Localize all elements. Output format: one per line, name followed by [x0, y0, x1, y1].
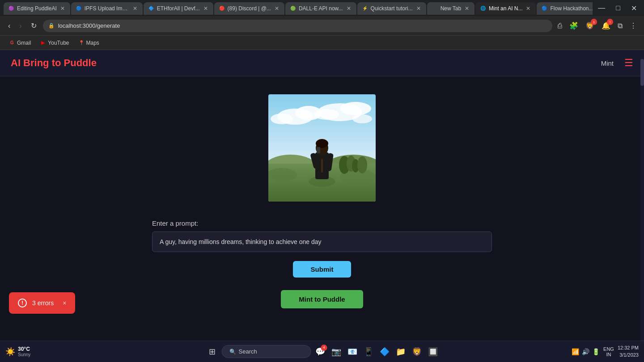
lang-indicator: ENGIN [603, 346, 614, 357]
browser-tab-tab5[interactable]: 🟢 DALL-E API now... ✕ [285, 2, 356, 15]
tab-label: Mint an AI N... [489, 5, 522, 12]
weather-icon: ☀️ [5, 347, 15, 357]
browser-tab-tab4[interactable]: 🔴 (89) Discord | @... ✕ [214, 2, 284, 15]
taskbar-app-brave[interactable]: 🦁 [411, 345, 423, 358]
tab-label: (89) Discord | @... [228, 5, 271, 12]
taskbar-app-camera[interactable]: 📷 [330, 345, 343, 358]
svg-rect-24 [321, 159, 323, 173]
svg-point-17 [357, 156, 367, 173]
browser-tab-tab8[interactable]: 🌐 Mint an AI N... ✕ [475, 2, 536, 15]
reload-button[interactable]: ↻ [28, 20, 39, 32]
maximize-btn[interactable]: □ [612, 2, 624, 14]
weather-temp: 30°C [18, 346, 30, 352]
clock-time: 12:32 PM [618, 345, 639, 351]
bookmark-item-youtube[interactable]: ▶ YouTube [36, 38, 72, 48]
bookmark-label: YouTube [48, 40, 69, 46]
browser-tab-tab9[interactable]: 🔵 Flow Hackathon... ✕ [537, 2, 593, 15]
taskbar: ☀️ 30°C Sunny ⊞ 🔍 Search 💬4📷📧📱🔷📁🦁🔲 📶 🔊 🔋 [0, 341, 644, 362]
browser-tab-tab1[interactable]: 🟣 Editing PuddleAI ✕ [4, 2, 70, 15]
brave-shield-button[interactable]: 🦁 1 [584, 20, 596, 32]
bookmark-item-gmail[interactable]: G Gmail [5, 38, 34, 48]
weather-condition: Sunny [18, 352, 30, 357]
app-header: AI Bring to Puddle Mint ☰ [0, 50, 644, 76]
tab-favicon: 🟣 [8, 5, 14, 12]
tab-favicon: 🔴 [219, 5, 225, 12]
back-button[interactable]: ‹ [5, 20, 13, 32]
forward-button[interactable]: › [17, 20, 24, 32]
taskbar-right: 📶 🔊 🔋 ENGIN 12:32 PM 3/1/2023 [566, 345, 644, 358]
taskbar-left: ☀️ 30°C Sunny [0, 346, 36, 357]
tab-close-btn[interactable]: ✕ [59, 5, 66, 12]
bookmark-favicon: G [9, 40, 15, 46]
shield-badge: 1 [591, 19, 597, 25]
tab-close-btn[interactable]: ✕ [346, 5, 352, 12]
svg-point-5 [340, 102, 371, 115]
scrollbar-track[interactable] [640, 50, 644, 341]
share-button[interactable]: ⎙ [556, 20, 564, 32]
tab-favicon [432, 5, 438, 12]
tab-label: IPFS Upload Ima... [85, 5, 129, 12]
mint-to-puddle-button[interactable]: Mint to Puddle [281, 290, 363, 308]
taskbar-app-app8[interactable]: 🔲 [427, 345, 439, 358]
browser-tab-tab2[interactable]: 🔵 IPFS Upload Ima... ✕ [71, 2, 143, 15]
taskbar-app-phone[interactable]: 📱 [362, 345, 375, 358]
taskbar-app-discord[interactable]: 💬4 [314, 345, 326, 358]
error-close-button[interactable]: × [63, 299, 66, 307]
browser-tab-tab3[interactable]: 🔷 ETHforAll | Devf... ✕ [144, 2, 213, 15]
svg-point-7 [352, 114, 372, 123]
tab-close-btn[interactable]: ✕ [274, 5, 280, 12]
menu-button[interactable]: ⋮ [628, 20, 639, 32]
tab-close-btn[interactable]: ✕ [525, 5, 531, 12]
mint-nav-item[interactable]: Mint [601, 59, 614, 67]
clock: 12:32 PM 3/1/2023 [618, 345, 639, 358]
lock-icon: 🔒 [48, 23, 55, 29]
tab-label: Editing PuddleAI [17, 5, 57, 12]
tab-label: Flow Hackathon... [550, 5, 593, 12]
address-bar[interactable]: 🔒 localhost:3000/generate [43, 20, 552, 32]
nav-actions: ⎙ 🧩 🦁 1 🔔 ! ⧉ ⋮ [556, 20, 639, 32]
start-button[interactable]: ⊞ [205, 345, 219, 358]
bookmark-favicon: 📍 [78, 40, 85, 46]
nav-bar: ‹ › ↻ 🔒 localhost:3000/generate ⎙ 🧩 🦁 1 … [0, 16, 644, 36]
app-content: AI Bring to Puddle Mint ☰ [0, 50, 644, 341]
tab-label: Quickstart tutori... [371, 5, 413, 12]
svg-point-6 [314, 109, 339, 120]
browser-tab-tab7[interactable]: New Tab ✕ [427, 2, 475, 15]
search-bar[interactable]: 🔍 Search [222, 345, 311, 358]
app-badge: 4 [321, 345, 327, 351]
network-icon[interactable]: 📶 [572, 348, 579, 355]
error-icon: ! [18, 299, 27, 307]
tab-favicon: ⚡ [362, 5, 368, 12]
taskbar-center: ⊞ 🔍 Search 💬4📷📧📱🔷📁🦁🔲 [205, 345, 439, 358]
submit-button[interactable]: Submit [293, 261, 352, 278]
scrollbar-thumb[interactable] [640, 59, 644, 86]
tab-label: ETHforAll | Devf... [157, 5, 200, 12]
browser-tab-tab6[interactable]: ⚡ Quickstart tutori... ✕ [357, 2, 426, 15]
tab-close-btn[interactable]: ✕ [464, 5, 470, 12]
minimize-btn[interactable]: — [594, 2, 609, 14]
battery-icon[interactable]: 🔋 [592, 348, 600, 355]
extensions-button[interactable]: 🧩 [568, 20, 580, 32]
hamburger-menu[interactable]: ☰ [624, 57, 633, 69]
sidebar-toggle[interactable]: ⧉ [616, 20, 624, 32]
tab-label: DALL-E API now... [299, 5, 343, 12]
tab-favicon: 🌐 [480, 5, 486, 12]
bookmark-item-maps[interactable]: 📍 Maps [75, 38, 103, 48]
svg-point-20 [316, 139, 328, 148]
taskbar-app-vscode[interactable]: 🔷 [378, 345, 391, 358]
error-toast: ! 3 errors × [9, 292, 75, 314]
clock-date: 3/1/2023 [618, 352, 639, 358]
tab-favicon: 🔷 [148, 5, 154, 12]
tab-close-btn[interactable]: ✕ [132, 5, 138, 12]
notification-button[interactable]: 🔔 ! [600, 20, 612, 32]
tab-close-btn[interactable]: ✕ [203, 5, 209, 12]
tab-close-btn[interactable]: ✕ [415, 5, 422, 12]
bookmark-favicon: ▶ [40, 40, 46, 46]
volume-icon[interactable]: 🔊 [582, 348, 589, 355]
app-title: AI Bring to Puddle [11, 57, 97, 69]
taskbar-app-files[interactable]: 📁 [394, 345, 407, 358]
search-icon: 🔍 [229, 349, 236, 355]
close-btn[interactable]: ✕ [627, 2, 640, 14]
taskbar-app-mail[interactable]: 📧 [346, 345, 359, 358]
prompt-input[interactable] [152, 232, 492, 252]
